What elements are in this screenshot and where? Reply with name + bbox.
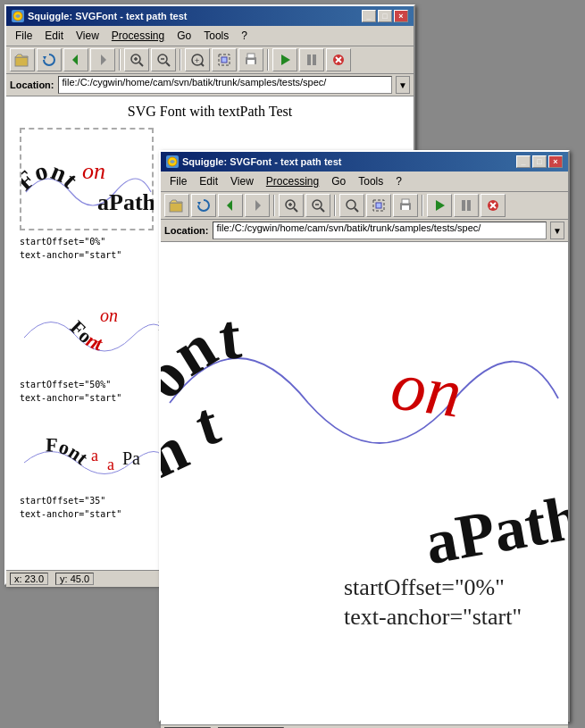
main-svg: n t on aPath — [161, 242, 568, 635]
svg-rect-54 — [402, 205, 409, 210]
close-btn-back[interactable]: × — [394, 10, 408, 22]
svg-text:Font: Font — [21, 156, 84, 196]
close-btn-front[interactable]: × — [548, 155, 563, 168]
menu-go-front[interactable]: Go — [326, 173, 351, 189]
status-x-back: x: 23.0 — [10, 573, 48, 585]
stop-btn-back[interactable] — [326, 48, 351, 71]
menu-file-back[interactable]: File — [10, 28, 38, 44]
open-btn-front[interactable] — [164, 194, 189, 217]
transform-btn-front[interactable] — [366, 194, 391, 217]
print-btn-front[interactable] — [393, 194, 418, 217]
window-title-back: Squiggle: SVGFont - text path test — [28, 11, 187, 21]
separator1-front — [273, 195, 275, 216]
svg-rect-55 — [402, 199, 409, 204]
toolbar-back: + — [6, 46, 414, 74]
svg-marker-2 — [43, 56, 46, 60]
menu-tools-back[interactable]: Tools — [198, 28, 234, 44]
menu-view-back[interactable]: View — [71, 28, 104, 44]
print-btn-back[interactable] — [238, 48, 263, 71]
svg-text:+: + — [195, 56, 199, 65]
svg-text:a: a — [91, 447, 98, 464]
separator2-front — [334, 195, 336, 216]
svg-text:text-anchor="start": text-anchor="start" — [344, 604, 522, 630]
back-btn-front[interactable] — [218, 194, 243, 217]
separator3-front — [422, 195, 423, 216]
title-bar-left-back: Squiggle: SVGFont - text path test — [12, 10, 187, 22]
svg-line-43 — [294, 208, 297, 212]
menu-help-back[interactable]: ? — [236, 28, 253, 44]
window-title-front: Squiggle: SVGFont - text path test — [182, 156, 341, 167]
maximize-btn-back[interactable]: □ — [378, 10, 392, 22]
svg-marker-20 — [281, 54, 290, 65]
location-input-front[interactable]: file:/C:/cygwin/home/cam/svn/batik/trunk… — [213, 222, 547, 239]
thumb-section2: Font on F — [20, 284, 171, 373]
title-controls-front[interactable]: _ □ × — [516, 155, 563, 168]
transform-btn-back[interactable] — [212, 48, 237, 71]
menu-processing-front[interactable]: Processing — [261, 173, 324, 189]
reload-btn-front[interactable] — [191, 194, 216, 217]
section1-label: startOffset="0%" text-anchor="start" — [20, 235, 121, 262]
reload-btn-back[interactable] — [37, 48, 62, 71]
svg-line-6 — [139, 63, 143, 66]
svg-text:aPath: aPath — [97, 189, 154, 215]
menu-edit-back[interactable]: Edit — [39, 28, 69, 44]
section2-label: startOffset="50%" text-anchor="start" — [20, 378, 121, 405]
play-btn-back[interactable] — [272, 48, 297, 71]
svg-marker-41 — [255, 200, 261, 211]
location-dropdown-front[interactable]: ▼ — [550, 222, 564, 239]
back-btn-back[interactable] — [63, 48, 88, 71]
location-bar-front: Location: file:/C:/cygwin/home/cam/svn/b… — [161, 220, 568, 242]
svg-text:startOffset="0%": startOffset="0%" — [344, 574, 505, 600]
thumb-section3: Font a a Pa … — [20, 427, 171, 490]
location-dropdown-back[interactable]: ▼ — [396, 76, 410, 94]
svg-marker-56 — [436, 200, 445, 211]
menu-edit-front[interactable]: Edit — [194, 173, 223, 189]
zoomout-btn-front[interactable] — [305, 194, 330, 217]
location-input-back[interactable]: file:/C:/cygwin/home/cam/svn/batik/trunk… — [58, 76, 393, 94]
menu-bar-front: File Edit View Processing Go Tools ? — [161, 172, 568, 192]
svg-text:on: on — [100, 305, 118, 325]
menu-file-front[interactable]: File — [164, 173, 192, 189]
minimize-btn-front[interactable]: _ — [516, 155, 531, 168]
svg-text:a: a — [107, 456, 114, 473]
title-controls-back[interactable]: _ □ × — [362, 10, 408, 22]
forward-btn-front[interactable] — [245, 194, 270, 217]
zoomin-btn-back[interactable] — [124, 48, 149, 71]
svg-text:on: on — [387, 346, 466, 432]
zoomin-btn-front[interactable] — [279, 194, 304, 217]
svg-rect-57 — [462, 200, 465, 211]
pause-btn-back[interactable] — [299, 48, 324, 71]
svg-line-47 — [321, 208, 324, 212]
open-btn-back[interactable] — [10, 48, 35, 71]
maximize-btn-front[interactable]: □ — [532, 155, 547, 168]
svg-line-50 — [355, 208, 358, 212]
window-front[interactable]: Squiggle: SVGFont - text path test _ □ ×… — [159, 150, 570, 722]
svg-rect-16 — [221, 57, 227, 63]
pause-btn-front[interactable] — [454, 194, 479, 217]
play-btn-front[interactable] — [427, 194, 452, 217]
svg-title-back: SVG Font with textPath Test — [6, 96, 414, 120]
location-label-front: Location: — [164, 225, 209, 236]
svg-rect-58 — [467, 200, 471, 211]
title-bar-back: Squiggle: SVGFont - text path test _ □ × — [6, 6, 414, 26]
svg-marker-4 — [101, 54, 106, 65]
title-bar-front: Squiggle: SVGFont - text path test _ □ × — [161, 152, 568, 172]
svg-rect-18 — [247, 60, 255, 64]
fullzoom-btn-front[interactable] — [339, 194, 364, 217]
minimize-btn-back[interactable]: _ — [362, 10, 376, 22]
stop-btn-front[interactable] — [481, 194, 506, 217]
menu-help-front[interactable]: ? — [390, 173, 407, 189]
fullzoom-btn-back[interactable]: + — [185, 48, 210, 71]
menu-tools-front[interactable]: Tools — [353, 173, 389, 189]
svg-rect-1 — [15, 57, 28, 66]
forward-btn-back[interactable] — [90, 48, 115, 71]
menu-view-front[interactable]: View — [225, 173, 259, 189]
status-y-back: y: 45.0 — [55, 573, 94, 585]
separator1-back — [119, 49, 121, 71]
menu-processing-back[interactable]: Processing — [106, 28, 170, 44]
zoomout-btn-back[interactable] — [151, 48, 176, 71]
title-bar-left-front: Squiggle: SVGFont - text path test — [166, 155, 341, 168]
svg-rect-22 — [313, 54, 316, 65]
svg-marker-40 — [227, 200, 232, 211]
menu-go-back[interactable]: Go — [171, 28, 196, 44]
